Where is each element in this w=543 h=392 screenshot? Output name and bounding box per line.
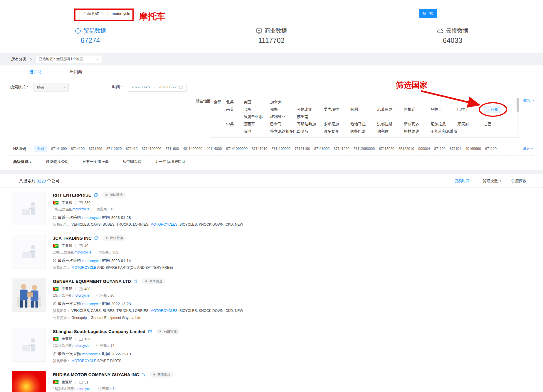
region-item[interactable]: 阿根廷	[404, 107, 431, 112]
region-item[interactable]: 格林纳达	[404, 129, 431, 134]
advanced-filter-option[interactable]: 近一年新增进口商	[155, 159, 186, 164]
scrollbar[interactable]	[517, 98, 519, 136]
radar-badge[interactable]: 商情雷达	[150, 371, 173, 378]
company-name[interactable]: JCA TRADING INC	[53, 236, 92, 241]
tab-importers[interactable]: 进口商	[24, 65, 47, 78]
region-item[interactable]: 伯利兹	[377, 129, 404, 134]
company-name[interactable]: Shanghai South-Logistics Company Limited	[53, 329, 145, 334]
region-item[interactable]: 美国	[243, 99, 270, 105]
region-item[interactable]: 玻利维亚	[270, 114, 297, 119]
region-item[interactable]: 智利	[350, 107, 377, 112]
region-item[interactable]: 巴拉圭	[457, 107, 484, 112]
stat-business-data[interactable]: 商业数据 1117702	[181, 26, 362, 46]
region-item[interactable]: 巴哈马	[297, 129, 324, 134]
hs-code[interactable]: 40169990	[465, 147, 481, 151]
hs-code[interactable]: 8711200	[89, 147, 102, 151]
hs-code[interactable]: 87112029	[106, 147, 122, 151]
region-group-label[interactable]: 中美	[226, 121, 243, 127]
hs-code[interactable]: 000004	[418, 147, 430, 151]
region-item[interactable]: 苏里南	[297, 114, 324, 119]
sort-trade-time[interactable]: 贸易时间 ↓	[454, 178, 473, 184]
advanced-filter-option[interactable]: 从中国采购	[122, 159, 142, 164]
region-item[interactable]: 古巴	[484, 121, 511, 127]
region-item[interactable]: 墨西哥	[243, 121, 270, 127]
region-item[interactable]: 秘鲁	[270, 107, 297, 112]
scrollbar-thumb[interactable]	[517, 98, 519, 112]
region-item[interactable]: 圣基茨和尼维斯	[431, 129, 457, 134]
region-item[interactable]: 加拿大	[270, 99, 297, 105]
search-button[interactable]: 搜 索	[419, 9, 437, 18]
company-name[interactable]: GENERAL EQUIPMENT GUYANA LTD	[53, 279, 131, 284]
region-item[interactable]: 波多黎各	[324, 129, 350, 134]
hs-code[interactable]: 871102	[434, 147, 446, 151]
region-item[interactable]: 特立尼达和多巴...	[270, 129, 297, 134]
stat-trade-data[interactable]: 贸易数据 67274	[0, 26, 181, 46]
hs-code[interactable]: 87113020	[379, 147, 394, 151]
date-end[interactable]: 2023-03-22	[159, 85, 176, 89]
region-item-all[interactable]: 全部	[214, 99, 226, 105]
hs-code[interactable]: 87141020	[334, 147, 349, 151]
expand-link[interactable]: 展开 ∨	[523, 146, 533, 151]
breadcrumb-all-categories[interactable]: 所有分类	[11, 57, 26, 62]
region-item[interactable]: 萨尔瓦多	[404, 121, 431, 127]
radar-badge[interactable]: 商情雷达	[142, 278, 165, 284]
sort-supplier-count[interactable]: 供应商数 ↓	[511, 178, 530, 184]
region-item[interactable]: 乌拉圭	[431, 107, 457, 112]
region-item[interactable]: 委内瑞拉	[324, 107, 350, 112]
region-item[interactable]: 厄瓜多尔	[377, 107, 404, 112]
region-group-label[interactable]: 北美	[226, 99, 243, 105]
copy-icon[interactable]	[134, 279, 137, 283]
region-item[interactable]: 阿鲁巴岛	[350, 129, 377, 134]
region-group-label[interactable]: 南美	[226, 107, 243, 112]
advanced-filter-option[interactable]: 只有一个供应商	[82, 159, 109, 164]
date-start[interactable]: 2022-03-23	[132, 85, 149, 89]
selected-region-dropdown[interactable]: 已选地区：圭亚那等1个地区 ∨	[36, 55, 102, 63]
radar-badge[interactable]: 商情雷达	[102, 235, 126, 241]
hs-code[interactable]: 87141090	[51, 147, 67, 151]
search-input[interactable]: motorcycle	[107, 11, 414, 16]
region-item[interactable]: 多米尼加	[324, 121, 350, 127]
stat-cloud-search-data[interactable]: 云搜数据 64033	[362, 26, 543, 46]
search-bar[interactable]: 产品名称 ∨ motorcycle	[80, 9, 414, 18]
hs-code[interactable]: 8711600	[165, 147, 179, 151]
collapse-link[interactable]: 收起 ∧	[523, 98, 535, 103]
radar-badge[interactable]: 商情雷达	[102, 192, 126, 198]
region-item[interactable]: 牙买加	[457, 121, 484, 127]
region-item[interactable]: 海地	[243, 129, 270, 134]
hs-code-all[interactable]: 全部	[34, 146, 47, 152]
region-item[interactable]: 危地马拉	[350, 121, 377, 127]
hs-code[interactable]: 871410	[126, 147, 138, 151]
radar-badge[interactable]: 商情雷达	[156, 328, 180, 334]
hs-code[interactable]: 87141010	[252, 147, 267, 151]
copy-icon[interactable]	[94, 193, 98, 197]
company-name[interactable]: RUDISA MOTOR COMPANY GUYANA INC	[53, 372, 139, 377]
hs-code[interactable]: 40114000	[206, 147, 222, 151]
hs-code[interactable]: 8714109000	[142, 147, 162, 151]
advanced-filter-option[interactable]: 过滤物流公司	[46, 159, 69, 164]
hs-code[interactable]: 87112090000	[354, 147, 375, 151]
hs-code[interactable]: 85122010	[399, 147, 414, 151]
region-item[interactable]: 洪都拉斯	[377, 121, 404, 127]
hs-code[interactable]: 73151190	[295, 147, 310, 151]
hs-code[interactable]: 8714100	[71, 147, 85, 151]
search-field-select[interactable]: 产品名称 ∨	[80, 11, 107, 16]
region-item[interactable]: 尼加拉瓜	[431, 121, 457, 127]
hs-code[interactable]: 871120	[485, 147, 497, 151]
region-item[interactable]: 哥斯达黎加	[297, 121, 324, 127]
search-mode-select[interactable]: 精确 ∨	[33, 83, 69, 92]
region-item[interactable]: 巴拿马	[270, 121, 297, 127]
hs-code[interactable]: 87116090	[314, 147, 330, 151]
hs-code[interactable]: 8711109000	[271, 147, 290, 151]
tab-exporters[interactable]: 出口商	[65, 65, 88, 78]
hs-code[interactable]: 871101	[450, 147, 461, 151]
date-range-picker[interactable]: 2022-03-23 → 2023-03-22	[128, 83, 186, 92]
copy-icon[interactable]	[94, 236, 98, 240]
copy-icon[interactable]	[142, 373, 145, 376]
hs-code[interactable]: 4011400000	[183, 147, 202, 151]
region-item[interactable]: 圭亚那	[484, 106, 501, 113]
company-name[interactable]: RRT ENTERPRISE	[53, 192, 91, 197]
region-item[interactable]: 法属圭亚那	[243, 114, 270, 119]
region-item[interactable]: 巴西	[243, 107, 270, 112]
sort-trade-count[interactable]: 贸易次数 ↓	[483, 178, 501, 184]
copy-icon[interactable]	[148, 330, 152, 333]
